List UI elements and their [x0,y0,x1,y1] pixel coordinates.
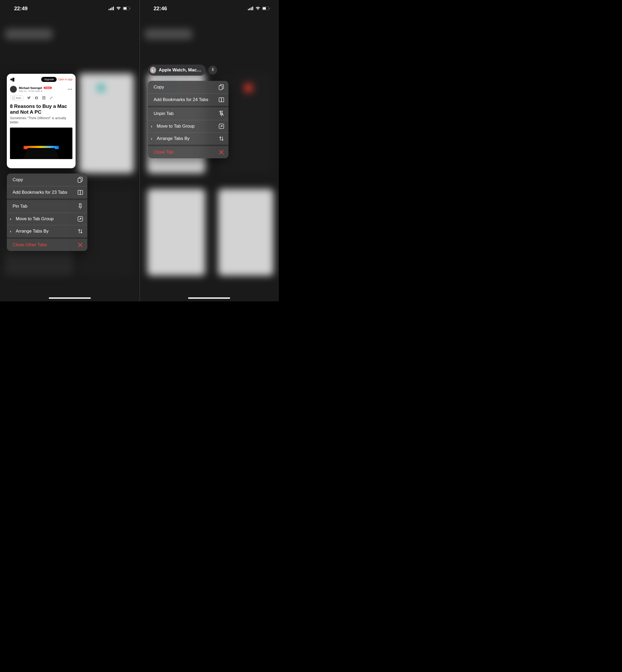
article-title: 8 Reasons to Buy a Mac and Not A PC [7,103,75,116]
svg-rect-11 [78,178,81,183]
chevron-right-icon: › [151,124,152,128]
pinned-tab-pill[interactable]: Apple Watch, Mac &… [148,65,217,75]
menu-move-tab-group[interactable]: › Move to Tab Group [148,120,229,132]
unpin-icon [218,111,224,117]
svg-rect-3 [113,6,114,10]
svg-rect-2 [111,7,112,10]
svg-rect-5 [123,7,127,10]
menu-add-bookmarks[interactable]: Add Bookmarks for 23 Tabs [7,186,88,198]
menu-arrange-tabs[interactable]: › Arrange Tabs By [7,225,88,237]
external-icon [77,216,83,222]
menu-close-tab[interactable]: Close Tab [148,145,229,158]
tab-preview-card[interactable]: ●▮ Upgrade Open in app Michael Swengel F… [7,74,75,168]
link-icon[interactable] [49,96,53,100]
author-name: Michael Swengel [19,86,42,90]
bookmarks-icon [218,97,224,102]
external-icon [218,124,224,129]
sort-icon [77,229,83,234]
status-bar: 22:46 [140,0,279,13]
status-time: 22:46 [154,5,167,11]
svg-rect-0 [109,9,110,10]
twitter-icon[interactable] [27,96,31,100]
status-bar: 22:49 [0,0,140,13]
menu-copy[interactable]: Copy [7,173,88,186]
status-icons [248,6,270,10]
menu-unpin-tab[interactable]: Unpin Tab [148,106,229,120]
copy-icon [77,177,83,183]
bookmarks-icon [77,190,83,195]
svg-rect-1 [110,8,111,10]
sort-icon [218,136,224,141]
close-icon [218,150,224,155]
open-in-app-link[interactable]: Open in app [58,78,73,81]
author-avatar [10,86,17,93]
svg-rect-16 [252,6,253,10]
upgrade-button[interactable]: Upgrade [41,77,57,82]
menu-copy[interactable]: Copy [148,81,229,93]
svg-rect-19 [269,8,270,9]
save-button[interactable]: Save [10,95,24,100]
pinned-tab-label: Apple Watch, Mac &… [159,67,202,73]
right-screenshot: 22:46 Apple Watch, Mac &… Copy A [140,0,279,301]
menu-move-tab-group[interactable]: › Move to Tab Group [7,213,88,225]
pin-icon [211,68,215,72]
cellular-icon [109,6,114,10]
svg-rect-18 [263,7,266,10]
bookmark-icon [12,96,15,99]
chevron-right-icon: › [10,229,11,233]
tab-context-menu: Copy Add Bookmarks for 23 Tabs Pin Tab ›… [7,173,88,251]
svg-rect-9 [43,97,43,99]
home-indicator[interactable] [49,297,91,299]
svg-rect-15 [251,7,252,10]
more-icon[interactable]: ••• [68,87,72,91]
wifi-icon [116,6,121,10]
status-time: 22:49 [14,5,28,11]
battery-icon [123,6,131,10]
status-icons [109,6,131,10]
battery-icon [262,6,270,10]
article-hero-image [10,128,72,159]
facebook-icon[interactable] [35,96,38,100]
home-indicator[interactable] [188,297,230,299]
copy-icon [218,84,224,90]
menu-arrange-tabs[interactable]: › Arrange Tabs By [148,132,229,145]
pin-icon [77,203,83,209]
svg-rect-6 [130,8,130,9]
svg-point-10 [42,97,43,97]
close-icon [77,243,83,247]
svg-rect-13 [248,9,249,10]
article-meta: May 21 · 8 min read ★ · [19,90,66,92]
tab-context-menu: Copy Add Bookmarks for 24 Tabs Unpin Tab… [148,81,229,158]
cellular-icon [248,6,254,10]
menu-pin-tab[interactable]: Pin Tab [7,198,88,213]
left-screenshot: 22:49 ●▮ Upgrade Open in app Michae [0,0,140,301]
wifi-icon [255,6,261,10]
svg-rect-14 [249,8,250,10]
follow-button[interactable]: Follow [43,87,52,89]
chevron-right-icon: › [151,136,152,141]
chevron-right-icon: › [10,217,11,221]
medium-logo-icon: ●▮ [10,76,14,82]
article-subtitle: Sometimes "Think Different" is actually … [7,116,75,127]
menu-close-other-tabs[interactable]: Close Other Tabs [7,237,88,251]
pin-indicator [208,66,217,74]
linkedin-icon[interactable] [42,96,46,100]
svg-rect-20 [219,86,222,90]
safari-icon [150,67,157,73]
menu-add-bookmarks[interactable]: Add Bookmarks for 24 Tabs [148,93,229,106]
